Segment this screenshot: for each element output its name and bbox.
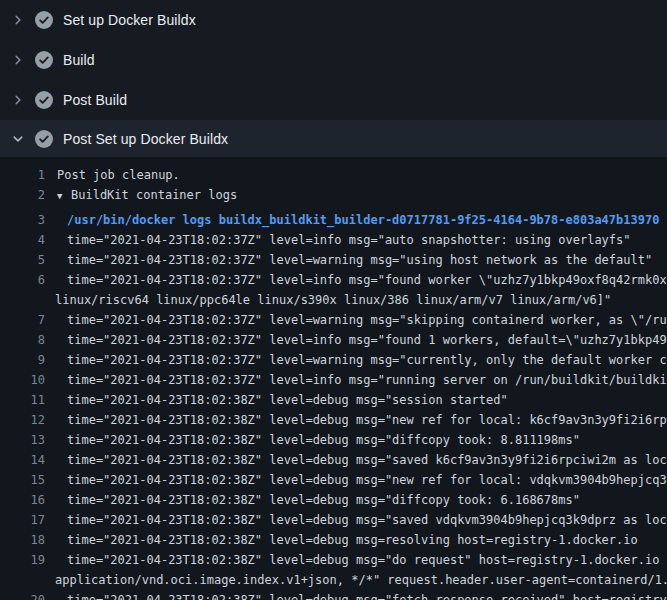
step-set-up-docker-buildx[interactable]: Set up Docker Buildx xyxy=(0,0,667,40)
line-number[interactable]: 13 xyxy=(0,430,45,450)
line-number xyxy=(0,570,45,590)
log-line-16: 16time="2021-04-23T18:02:38Z" level=debu… xyxy=(0,490,667,510)
log-line-20: 20time="2021-04-23T18:02:38Z" level=debu… xyxy=(0,590,667,600)
log-line-17: 17time="2021-04-23T18:02:38Z" level=debu… xyxy=(0,510,667,530)
steps-list: Set up Docker Buildx Build Post Build xyxy=(0,0,667,157)
line-number[interactable]: 4 xyxy=(0,230,45,250)
log-line-5: 5time="2021-04-23T18:02:37Z" level=warni… xyxy=(0,250,667,270)
check-circle-icon xyxy=(35,51,53,69)
log-text: linux/riscv64 linux/ppc64le linux/s390x … xyxy=(55,290,667,310)
log-text: time="2021-04-23T18:02:38Z" level=debug … xyxy=(67,450,667,470)
line-number[interactable]: 10 xyxy=(0,370,45,390)
line-number[interactable]: 18 xyxy=(0,530,45,550)
line-number[interactable]: 6 xyxy=(0,270,45,290)
line-number[interactable]: 16 xyxy=(0,490,45,510)
line-number[interactable]: 3 xyxy=(0,210,45,230)
chevron-right-icon[interactable] xyxy=(10,52,26,68)
log-text: time="2021-04-23T18:02:38Z" level=debug … xyxy=(67,590,667,600)
line-number[interactable]: 12 xyxy=(0,410,45,430)
log-text: time="2021-04-23T18:02:38Z" level=debug … xyxy=(67,470,667,490)
log-line-8: 8time="2021-04-23T18:02:37Z" level=info … xyxy=(0,330,667,350)
line-number[interactable]: 8 xyxy=(0,330,45,350)
log-text: time="2021-04-23T18:02:37Z" level=info m… xyxy=(67,270,667,290)
step-label: Set up Docker Buildx xyxy=(63,12,196,28)
check-circle-icon xyxy=(35,130,53,148)
log-text: application/vnd.oci.image.index.v1+json,… xyxy=(55,570,667,590)
log-text: time="2021-04-23T18:02:38Z" level=debug … xyxy=(67,490,667,510)
log-text: time="2021-04-23T18:02:38Z" level=debug … xyxy=(67,390,667,410)
line-number[interactable]: 1 xyxy=(0,165,45,185)
line-number[interactable]: 17 xyxy=(0,510,45,530)
log-text: time="2021-04-23T18:02:37Z" level=info m… xyxy=(67,230,667,250)
log-line-19-wrap: application/vnd.oci.image.index.v1+json,… xyxy=(0,570,667,590)
log-text: time="2021-04-23T18:02:38Z" level=debug … xyxy=(67,530,667,550)
check-circle-icon xyxy=(35,91,53,109)
line-number[interactable]: 9 xyxy=(0,350,45,370)
step-label: Build xyxy=(63,52,95,68)
log-text: time="2021-04-23T18:02:38Z" level=debug … xyxy=(67,410,667,430)
log-line-3: 3/usr/bin/docker logs buildx_buildkit_bu… xyxy=(0,210,667,230)
log-line-19: 19time="2021-04-23T18:02:38Z" level=debu… xyxy=(0,550,667,570)
log-line-10: 10time="2021-04-23T18:02:37Z" level=info… xyxy=(0,370,667,390)
line-number[interactable]: 2 xyxy=(0,185,45,206)
log-text: ▼BuildKit container logs xyxy=(57,185,667,206)
log-text: time="2021-04-23T18:02:37Z" level=info m… xyxy=(67,330,667,350)
log-text: time="2021-04-23T18:02:37Z" level=warnin… xyxy=(67,350,667,370)
log-text: time="2021-04-23T18:02:38Z" level=debug … xyxy=(67,510,667,530)
log-line-18: 18time="2021-04-23T18:02:38Z" level=debu… xyxy=(0,530,667,550)
group-toggle-icon[interactable]: ▼ xyxy=(57,186,71,206)
step-post-build[interactable]: Post Build xyxy=(0,80,667,120)
log-command-text: /usr/bin/docker logs buildx_buildkit_bui… xyxy=(67,210,667,230)
line-number xyxy=(0,290,45,310)
log-line-12: 12time="2021-04-23T18:02:38Z" level=debu… xyxy=(0,410,667,430)
step-label: Post Set up Docker Buildx xyxy=(63,131,228,147)
log-line-14: 14time="2021-04-23T18:02:38Z" level=debu… xyxy=(0,450,667,470)
log-text: time="2021-04-23T18:02:38Z" level=debug … xyxy=(67,430,667,450)
actions-log-viewer: Set up Docker Buildx Build Post Build xyxy=(0,0,667,600)
line-number[interactable]: 5 xyxy=(0,250,45,270)
log-text: time="2021-04-23T18:02:38Z" level=debug … xyxy=(67,550,667,570)
log-line-1: 1Post job cleanup. xyxy=(0,165,667,185)
log-line-11: 11time="2021-04-23T18:02:38Z" level=debu… xyxy=(0,390,667,410)
log-text: Post job cleanup. xyxy=(57,165,667,185)
check-circle-icon xyxy=(35,11,53,29)
line-number[interactable]: 14 xyxy=(0,450,45,470)
line-number[interactable]: 11 xyxy=(0,390,45,410)
step-label: Post Build xyxy=(63,92,127,108)
line-number[interactable]: 20 xyxy=(0,590,45,600)
log-text: time="2021-04-23T18:02:37Z" level=warnin… xyxy=(67,250,667,270)
log-line-9: 9time="2021-04-23T18:02:37Z" level=warni… xyxy=(0,350,667,370)
line-number[interactable]: 19 xyxy=(0,550,45,570)
log-line-13: 13time="2021-04-23T18:02:38Z" level=debu… xyxy=(0,430,667,450)
log-panel[interactable]: 1Post job cleanup.2▼BuildKit container l… xyxy=(0,157,667,600)
chevron-right-icon[interactable] xyxy=(10,12,26,28)
log-line-15: 15time="2021-04-23T18:02:38Z" level=debu… xyxy=(0,470,667,490)
log-line-4: 4time="2021-04-23T18:02:37Z" level=info … xyxy=(0,230,667,250)
log-text: time="2021-04-23T18:02:37Z" level=info m… xyxy=(67,370,667,390)
log-text: time="2021-04-23T18:02:37Z" level=warnin… xyxy=(67,310,667,330)
chevron-right-icon[interactable] xyxy=(10,92,26,108)
chevron-down-icon[interactable] xyxy=(10,131,26,147)
line-number[interactable]: 15 xyxy=(0,470,45,490)
line-number[interactable]: 7 xyxy=(0,310,45,330)
log-line-7: 7time="2021-04-23T18:02:37Z" level=warni… xyxy=(0,310,667,330)
log-line-6-wrap: linux/riscv64 linux/ppc64le linux/s390x … xyxy=(0,290,667,310)
log-line-6: 6time="2021-04-23T18:02:37Z" level=info … xyxy=(0,270,667,290)
log-line-2: 2▼BuildKit container logs xyxy=(0,185,667,206)
step-post-set-up-docker-buildx[interactable]: Post Set up Docker Buildx xyxy=(0,120,667,157)
step-build[interactable]: Build xyxy=(0,40,667,80)
